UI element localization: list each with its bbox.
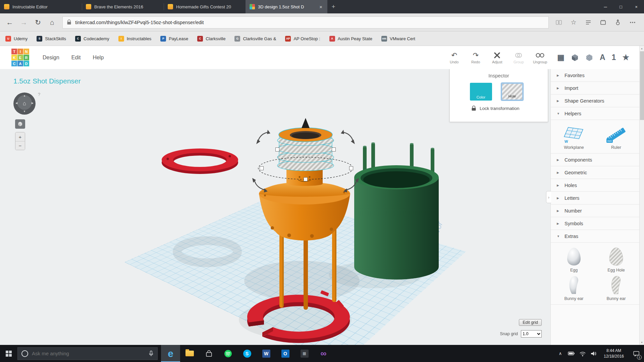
adjust-button[interactable]: Adjust [487,51,507,64]
favorite-codecademy[interactable]: CCodecademy [75,36,109,42]
hub-icon[interactable] [582,16,595,29]
library-section-symbols[interactable]: ▶Symbols [551,217,639,230]
taskbar-search-input[interactable] [32,351,145,356]
reading-view-icon[interactable] [552,16,566,29]
refresh-button[interactable]: ↻ [31,15,45,29]
favorite-vmware[interactable]: vmVMware Cert [381,36,415,42]
library-section-helpers[interactable]: ▼Helpers [551,107,639,120]
color-swatch[interactable]: Color [470,83,492,101]
shape-tile-bunny-ear-hole[interactable]: Bunny ear [607,275,626,301]
library-section-shape-generators[interactable]: ▶Shape Generators [551,95,639,107]
cube-icon[interactable] [571,54,579,62]
favorite-ap-onestop[interactable]: APAP OneStop : [285,36,320,42]
taskbar-store-icon[interactable] [199,345,218,362]
number-1-icon[interactable]: 1 [612,53,616,62]
redo-button[interactable]: ↷Redo [466,51,485,64]
shape-tile-ruler[interactable]: mm Ruler [606,124,627,150]
scrollbar-thumb[interactable] [640,51,644,120]
tab-close-icon[interactable]: × [318,4,323,10]
viewport-help-link[interactable]: ? [38,92,40,97]
favorite-clarksville-gas[interactable]: GClarksville Gas & [234,36,276,42]
window-close-button[interactable]: × [629,0,644,13]
window-minimize-button[interactable]: ─ [598,0,613,13]
share-icon[interactable] [611,16,625,29]
taskbar-spotify-icon[interactable] [218,345,237,362]
clock[interactable]: 8:44 AM 12/18/2016 [599,348,629,359]
object-red-ring[interactable] [162,148,238,174]
library-section-letters[interactable]: ▶Letters [551,192,639,204]
library-section-extras[interactable]: ▼Extras [551,230,639,243]
action-center-button[interactable]: 1 [629,345,644,362]
volume-icon[interactable] [588,345,599,362]
shape-tile-workplane[interactable]: W Workplane [564,124,584,150]
zoom-in-button[interactable]: + [15,132,25,141]
library-section-number[interactable]: ▶Number [551,204,639,217]
taskbar-word-icon[interactable]: W [257,345,276,362]
3d-viewport[interactable]: Wor [0,69,550,345]
taskbar-skype-icon[interactable]: S [237,345,257,362]
tray-show-hidden-icons[interactable]: ∧ [555,345,566,362]
shape-tile-bunny-ear[interactable]: Bunny ear [565,275,584,301]
library-section-import[interactable]: ▶Import [551,82,639,95]
favorite-austin-peay[interactable]: AAustin Peay State [329,36,372,42]
taskbar-edge-icon[interactable]: e [161,345,180,362]
favorite-instructables[interactable]: IInstructables [118,36,152,42]
scroll-down-icon[interactable]: ▼ [640,340,644,345]
library-section-components[interactable]: ▶Components [551,154,639,166]
tab-homemade-gifts[interactable]: Homemade Gifts Contest 20 [164,0,246,13]
star-icon[interactable]: ★ [622,53,629,62]
orbit-control-dial[interactable]: ▲ ▼ ◀ ▶ ⌂ [13,93,36,115]
taskbar-file-explorer-icon[interactable] [180,345,199,362]
lock-transformation-toggle[interactable]: Lock transformation [471,106,548,111]
shape-tile-egg-hole[interactable]: Egg Hole [607,247,625,273]
favorite-clarksville[interactable]: CClarksville [197,36,225,42]
back-button[interactable]: ← [3,15,17,29]
library-section-geometric[interactable]: ▶Geometric [551,166,639,179]
web-note-icon[interactable] [596,16,610,29]
taskbar-outlook-icon[interactable]: O [276,345,295,362]
library-section-holes[interactable]: ▶Holes [551,179,639,192]
window-maximize-button[interactable]: □ [613,0,629,13]
favorite-stackskills[interactable]: SStackSkills [37,36,66,42]
start-button[interactable] [0,345,17,362]
favorite-paylease[interactable]: PPayLease [160,36,188,42]
hole-swatch-selected[interactable]: Hole [501,83,523,101]
forward-button[interactable]: → [17,15,31,29]
textured-cube-icon[interactable] [585,54,593,62]
home-button[interactable]: ⌂ [45,15,59,29]
zoom-out-button[interactable]: − [15,141,25,150]
library-section-favorites[interactable]: ▶Favorites [551,69,639,82]
network-wifi-icon[interactable] [577,345,588,362]
more-actions-icon[interactable] [626,16,639,29]
menu-edit[interactable]: Edit [71,55,81,61]
group-button[interactable]: Group [509,51,528,64]
address-bar[interactable] [62,16,549,28]
raise-handle-cone[interactable] [302,118,310,128]
taskbar-visual-studio-icon[interactable]: ∞ [314,345,333,362]
home-view-icon[interactable]: ⌂ [13,93,36,115]
snap-grid-select[interactable]: 1.0 [521,330,542,338]
add-favorite-star-icon[interactable]: ☆ [567,16,580,29]
cortana-search-box[interactable] [17,347,158,360]
tab-brave-the-elements[interactable]: Brave the Elements 2016 [82,0,164,13]
undo-button[interactable]: ↶Undo [444,51,464,64]
page-scrollbar[interactable]: ▲ ▼ [639,46,644,345]
grid-icon[interactable]: ▦ [557,53,565,62]
taskbar-app-icon[interactable]: ▦ [295,345,314,362]
favorite-udemy[interactable]: UUdemy [5,36,28,42]
new-tab-button[interactable]: + [327,0,339,13]
letter-a-icon[interactable]: A [600,53,605,62]
object-green-cup[interactable] [354,142,439,280]
shape-tile-egg[interactable]: Egg [566,247,582,273]
sidebar-collapse-handle[interactable]: › [546,191,551,203]
battery-icon[interactable] [566,345,577,362]
menu-design[interactable]: Design [43,55,59,61]
edit-grid-button[interactable]: Edit grid [519,319,542,326]
ungroup-button[interactable]: Ungroup [530,51,550,64]
design-title[interactable]: 1.5oz Shot Dispenser [13,77,81,85]
tab-3d-design-active[interactable]: 3D design 1.5oz Shot D × [246,0,327,13]
tab-instructable-editor[interactable]: Instructable Editor [0,0,82,13]
selection-hole-cylinders[interactable] [277,128,334,171]
menu-help[interactable]: Help [93,55,104,61]
tinkercad-logo[interactable]: TIN KER CAD [11,49,29,66]
